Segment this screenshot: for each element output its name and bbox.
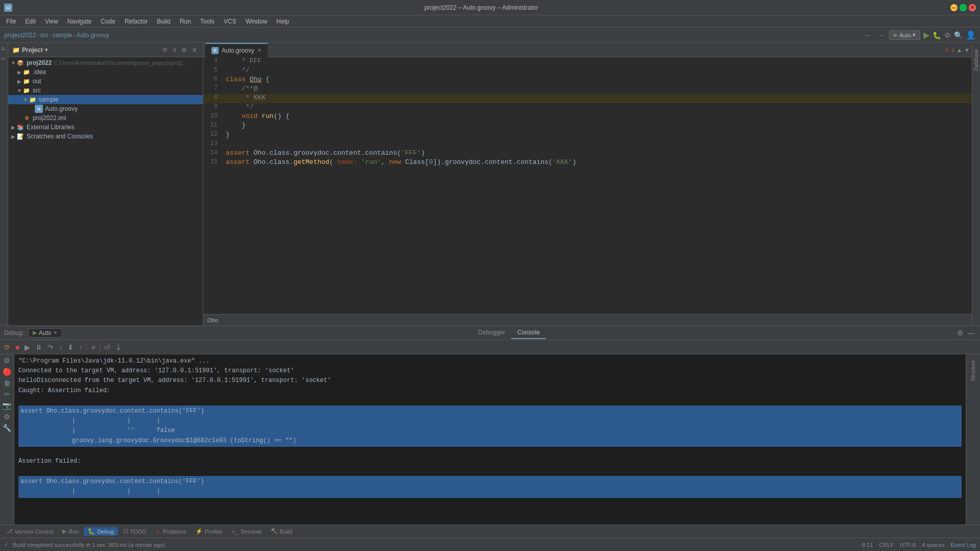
sync-btn[interactable]: ⟳	[161, 46, 169, 54]
cursor-position[interactable]: 8:11	[862, 542, 873, 548]
minimize-btn[interactable]: —	[950, 4, 958, 11]
force-step-into-btn[interactable]: ⬇	[65, 342, 76, 352]
console-tab[interactable]: Console	[511, 327, 546, 339]
menu-navigate[interactable]: Navigate	[63, 17, 95, 26]
indent[interactable]: 4 spaces	[922, 542, 944, 548]
soft-wrap-btn[interactable]: ⏎	[102, 342, 112, 352]
tree-item-scratches[interactable]: ▶ 📝 Scratches and Consoles	[8, 132, 203, 141]
tree-item-src[interactable]: ▼ 📁 src	[8, 86, 203, 95]
debug-tool-icon7[interactable]: 🔧	[2, 424, 12, 432]
step-into-btn[interactable]: ↓	[57, 342, 64, 352]
debug-settings-btn[interactable]: ⚙	[956, 328, 965, 338]
close-session-icon[interactable]: ✕	[53, 330, 57, 336]
database-label[interactable]: Database	[973, 45, 979, 75]
menu-build[interactable]: Build	[153, 17, 175, 26]
tab-label: Terminal	[240, 529, 261, 535]
tab-todo[interactable]: ☑ TODO	[119, 527, 151, 536]
breadcrumb-src[interactable]: src	[40, 32, 49, 39]
menu-view[interactable]: View	[41, 17, 62, 26]
close-panel-btn[interactable]: ✕	[190, 46, 199, 54]
debug-run-btn[interactable]: 🐛	[933, 31, 941, 39]
tab-label: Profiler	[205, 529, 223, 535]
debug-toolbar: ⟳ ■ ▶ ⏸ ↷ ↓ ⬇ ↑ ≡ ⏎ ⤓	[0, 340, 980, 354]
editor-tab-auto-groovy[interactable]: G Auto.groovy ✕	[205, 43, 268, 57]
tab-build[interactable]: 🔨 Build	[267, 527, 296, 536]
tab-run[interactable]: ▶ Run	[58, 527, 83, 536]
scroll-up-btn[interactable]: ▲	[957, 47, 962, 53]
console-line-4: Caught: Assertion failed:	[18, 386, 962, 396]
tab-debug[interactable]: 🐛 Debug	[84, 527, 117, 536]
step-over-btn[interactable]: ↷	[45, 342, 56, 352]
run-icon: ▶	[33, 329, 37, 336]
menu-vcs[interactable]: VCS	[220, 17, 241, 26]
menu-run[interactable]: Run	[176, 17, 195, 26]
tree-item-idea[interactable]: ▶ 📁 .idea	[8, 67, 203, 77]
breadcrumb-file[interactable]: Auto.groovy	[76, 32, 109, 39]
project-panel-title: Project	[22, 46, 43, 54]
maximize-btn[interactable]: □	[960, 4, 967, 11]
line-separator[interactable]: CRLF	[879, 542, 894, 548]
structure-icon[interactable]: S	[1, 55, 8, 62]
stop-btn[interactable]: ■	[13, 342, 21, 352]
left-icon-strip: P S	[0, 43, 8, 325]
debug-tool-icon3[interactable]: 🗑	[2, 379, 12, 387]
step-out-btn[interactable]: ↑	[77, 342, 84, 352]
pause-btn[interactable]: ⏸	[33, 342, 44, 352]
console-assert-1-obj: groovy.lang.groovydoc.Groovydoc$1@682c1e…	[20, 436, 960, 446]
menu-code[interactable]: Code	[97, 17, 119, 26]
build-status-msg: Build completed successfully in 1 sec. 8…	[13, 542, 165, 548]
expand-icon: ▼	[16, 88, 22, 93]
scroll-to-end-btn[interactable]: ⤓	[113, 342, 124, 352]
run-config-btn[interactable]: ▶ Auto ▾	[889, 30, 920, 40]
tree-item-auto-groovy[interactable]: ▶ G Auto.groovy	[8, 104, 203, 113]
menu-edit[interactable]: Edit	[21, 17, 40, 26]
debug-tool-icon5[interactable]: 📷	[2, 401, 12, 410]
rerun-btn[interactable]: ⟳	[2, 342, 12, 352]
run-btn[interactable]: ▶	[923, 30, 929, 40]
frames-btn[interactable]: ≡	[89, 342, 97, 352]
tab-version-control[interactable]: ⎇ Version Control	[2, 527, 57, 536]
tree-item-sample[interactable]: ▼ 📁 sample	[8, 95, 203, 104]
breadcrumb-project[interactable]: project2022	[4, 32, 36, 39]
scroll-down-btn[interactable]: ▼	[964, 47, 970, 53]
menu-refactor[interactable]: Refactor	[121, 17, 152, 26]
menu-file[interactable]: File	[2, 17, 20, 26]
code-line-6: 6 class Oho {	[203, 76, 972, 85]
project-icon[interactable]: P	[1, 45, 8, 52]
menu-help[interactable]: Help	[272, 17, 293, 26]
debugger-tab[interactable]: Debugger	[472, 327, 511, 339]
tree-item-proj2022[interactable]: ▼ 📦 proj2022 C:\Users\Administrator\Docu…	[8, 58, 203, 67]
debug-tool-icon4[interactable]: ✏	[2, 390, 12, 398]
event-log-btn[interactable]: Event Log	[950, 542, 976, 548]
close-tab-icon[interactable]: ✕	[257, 47, 261, 53]
tab-problems[interactable]: ⚠ Problems	[151, 527, 190, 536]
tab-terminal[interactable]: >_ Terminal	[228, 528, 266, 536]
debug-tool-icon1[interactable]: ⚙	[2, 356, 12, 365]
search-btn[interactable]: 🔍	[954, 31, 963, 39]
back-btn[interactable]: ←	[863, 31, 873, 40]
debug-tool-icon2[interactable]: 🔴	[2, 368, 12, 376]
close-btn[interactable]: ✕	[969, 4, 976, 11]
collapse-all-btn[interactable]: ≡	[171, 46, 178, 54]
breadcrumb-package[interactable]: sample	[53, 32, 73, 39]
settings-btn[interactable]: ⚙	[944, 31, 951, 39]
minimize-debug-btn[interactable]: —	[967, 328, 976, 338]
forward-btn[interactable]: →	[876, 31, 886, 40]
code-line-10: 10 void run() {	[203, 112, 972, 122]
debug-session-btn[interactable]: ▶ Auto ✕	[28, 328, 62, 338]
code-editor[interactable]: 4 * FFF 5 */ 6 class Oho { 7 /**@ 8	[203, 57, 972, 314]
tree-item-iml[interactable]: ▶ ⚙ proj2022.iml	[8, 113, 203, 123]
tree-item-ext-libs[interactable]: ▶ 📚 External Libraries	[8, 123, 203, 132]
settings-tree-btn[interactable]: ⚙	[180, 46, 188, 54]
menu-window[interactable]: Window	[242, 17, 272, 26]
tab-profiler[interactable]: ⚡ Profiler	[192, 527, 227, 536]
tree-item-out[interactable]: ▶ 📁 out	[8, 77, 203, 86]
encoding[interactable]: UTF-8	[900, 542, 916, 548]
menu-tools[interactable]: Tools	[196, 17, 219, 26]
editor-breadcrumb-label[interactable]: Oho	[207, 317, 218, 323]
structure-label[interactable]: Structure	[970, 356, 976, 386]
debug-settings-icon[interactable]: ⚙	[2, 413, 12, 421]
debug-left-icons: ⚙ 🔴 🗑 ✏ 📷 ⚙ 🔧	[0, 354, 14, 524]
resume-btn[interactable]: ▶	[22, 342, 32, 352]
profile-btn[interactable]: 👤	[966, 30, 976, 40]
